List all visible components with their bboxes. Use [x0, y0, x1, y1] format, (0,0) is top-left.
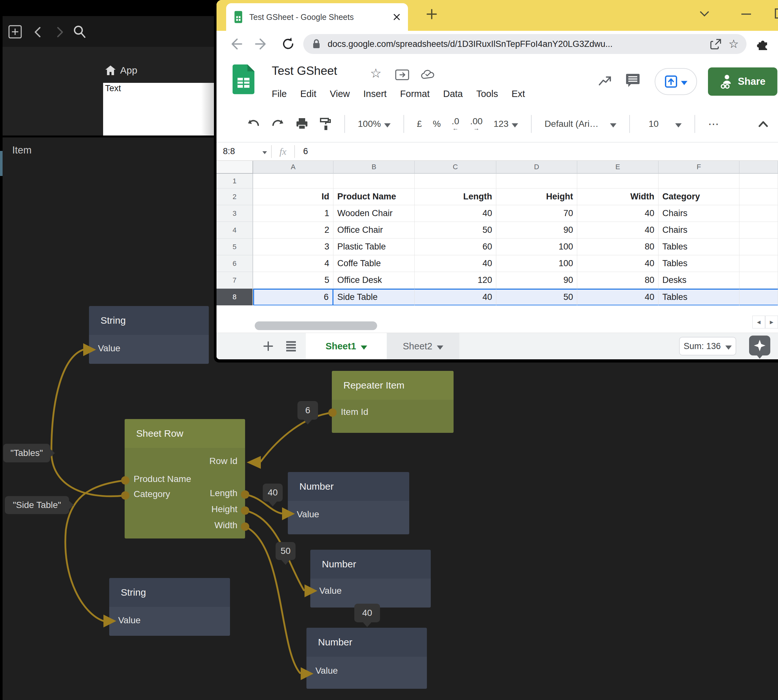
- grid-cell[interactable]: 3: [253, 238, 334, 255]
- grid-cell[interactable]: 120: [415, 272, 496, 289]
- name-box[interactable]: 8:8: [217, 147, 271, 157]
- port-height[interactable]: Height: [211, 504, 237, 514]
- extensions-puzzle-icon[interactable]: [756, 38, 769, 51]
- grid-cell[interactable]: [740, 255, 778, 272]
- grid-cell[interactable]: Side Table: [334, 289, 415, 306]
- grid-cell[interactable]: Office Desk: [334, 272, 415, 289]
- grid-cell[interactable]: Chairs: [658, 222, 740, 238]
- port-length[interactable]: Length: [210, 488, 237, 498]
- column-header-cut[interactable]: [740, 161, 778, 174]
- grid-cell[interactable]: 2: [253, 222, 334, 238]
- bookmark-star-icon[interactable]: ☆: [728, 38, 739, 50]
- grid-cell[interactable]: [658, 174, 740, 188]
- node-string-top[interactable]: String Value: [89, 306, 209, 364]
- decrease-decimals-button[interactable]: .0 ←: [452, 117, 459, 131]
- grid-cell[interactable]: 40: [415, 289, 496, 306]
- grid-cell[interactable]: 100: [496, 255, 577, 272]
- comment-icon[interactable]: [625, 73, 641, 88]
- menu-data[interactable]: Data: [443, 88, 462, 99]
- sheet1-menu-icon[interactable]: [361, 345, 367, 350]
- tab-sheet1[interactable]: Sheet1: [306, 333, 387, 359]
- grid-cell[interactable]: [740, 238, 778, 255]
- grid-cell[interactable]: Coffe Table: [334, 255, 415, 272]
- url-text[interactable]: docs.google.com/spreadsheets/d/1D3IRuxIl…: [328, 39, 703, 49]
- grid-cell[interactable]: [334, 174, 415, 188]
- document-title[interactable]: Test GSheet: [272, 64, 337, 78]
- tab-sheet2[interactable]: Sheet2: [387, 333, 459, 359]
- grid-cell[interactable]: Wooden Chair: [334, 205, 415, 222]
- scroll-right-icon[interactable]: ▸: [765, 316, 778, 328]
- grid-cell[interactable]: 80: [577, 238, 658, 255]
- grid-cell[interactable]: [496, 174, 577, 188]
- scroll-left-icon[interactable]: ◂: [752, 316, 765, 328]
- grid-cell[interactable]: [740, 272, 778, 289]
- address-bar[interactable]: docs.google.com/spreadsheets/d/1D3IRuxIl…: [303, 34, 746, 54]
- node-number-width[interactable]: Number Value: [306, 628, 427, 689]
- sheet2-menu-icon[interactable]: [437, 345, 443, 350]
- grid-cell[interactable]: 40: [415, 255, 496, 272]
- grid-cell[interactable]: 1: [253, 205, 334, 222]
- row-header-6[interactable]: 6: [217, 255, 253, 272]
- grid-cell[interactable]: 90: [496, 272, 577, 289]
- grid-cell[interactable]: Plastic Table: [334, 238, 415, 255]
- present-button[interactable]: [654, 68, 697, 95]
- grid-cell[interactable]: Chairs: [658, 205, 740, 222]
- window-minimize-icon[interactable]: [739, 8, 754, 19]
- row-header-5[interactable]: 5: [217, 238, 253, 255]
- column-header-B[interactable]: B: [334, 161, 415, 174]
- sheets-file-icon[interactable]: [232, 64, 254, 94]
- menu-format[interactable]: Format: [400, 88, 430, 99]
- browser-reload-icon[interactable]: [281, 37, 296, 52]
- port-value[interactable]: Value: [319, 586, 342, 596]
- grid-cell[interactable]: 100: [496, 238, 577, 255]
- column-header-F[interactable]: F: [658, 161, 740, 174]
- grid-cell[interactable]: 80: [577, 272, 658, 289]
- column-header-A[interactable]: A: [253, 161, 334, 174]
- cloud-saved-icon[interactable]: [421, 69, 436, 80]
- menu-edit[interactable]: Edit: [301, 88, 316, 99]
- port-value[interactable]: Value: [98, 343, 120, 353]
- item-label[interactable]: Item: [12, 145, 32, 156]
- move-folder-icon[interactable]: [395, 69, 409, 81]
- back-icon[interactable]: [32, 26, 43, 38]
- browser-forward-icon[interactable]: [254, 37, 269, 52]
- grid-cell[interactable]: Tables: [658, 238, 740, 255]
- explore-button[interactable]: [749, 335, 770, 355]
- grid-cell[interactable]: Id: [253, 188, 334, 205]
- undo-icon[interactable]: [247, 118, 260, 130]
- grid-cell[interactable]: Product Name: [334, 188, 415, 205]
- browser-back-icon[interactable]: [228, 37, 243, 52]
- horizontal-scrollbar[interactable]: [255, 322, 377, 330]
- tab-close-icon[interactable]: [392, 13, 401, 21]
- node-number-height[interactable]: Number Value: [310, 550, 431, 608]
- browser-tab[interactable]: Test GSheet - Google Sheets: [226, 3, 408, 31]
- row-header-3[interactable]: 3: [217, 205, 253, 222]
- grid-cell[interactable]: 90: [496, 222, 577, 238]
- row-header-8[interactable]: 8: [217, 289, 253, 306]
- row-header-7[interactable]: 7: [217, 272, 253, 289]
- row-header-1[interactable]: 1: [217, 174, 253, 188]
- font-select[interactable]: Default (Ari…: [544, 119, 616, 129]
- present-dropdown-icon[interactable]: [681, 81, 688, 85]
- new-frame-icon[interactable]: [8, 24, 22, 39]
- column-header-E[interactable]: E: [577, 161, 658, 174]
- grid-cell[interactable]: [740, 289, 778, 306]
- grid-cell[interactable]: 4: [253, 255, 334, 272]
- share-button[interactable]: Share: [708, 67, 777, 96]
- grid-cell[interactable]: Length: [415, 188, 496, 205]
- grid-cell[interactable]: 60: [415, 238, 496, 255]
- menu-file[interactable]: File: [272, 88, 287, 99]
- stats-icon[interactable]: [598, 74, 614, 88]
- add-sheet-icon[interactable]: [262, 339, 275, 353]
- grid-cell[interactable]: [253, 174, 334, 188]
- port-value[interactable]: Value: [118, 615, 141, 625]
- node-repeater-item[interactable]: Repeater Item Item Id: [332, 371, 454, 433]
- more-formats-button[interactable]: 123: [493, 119, 518, 129]
- share-page-icon[interactable]: [710, 38, 721, 50]
- grid-cell[interactable]: 50: [415, 222, 496, 238]
- grid-cell[interactable]: 50: [496, 289, 577, 306]
- grid-cell[interactable]: 40: [577, 222, 658, 238]
- port-value[interactable]: Value: [316, 666, 338, 676]
- port-value[interactable]: Value: [297, 509, 319, 520]
- grid-cell[interactable]: Office Chair: [334, 222, 415, 238]
